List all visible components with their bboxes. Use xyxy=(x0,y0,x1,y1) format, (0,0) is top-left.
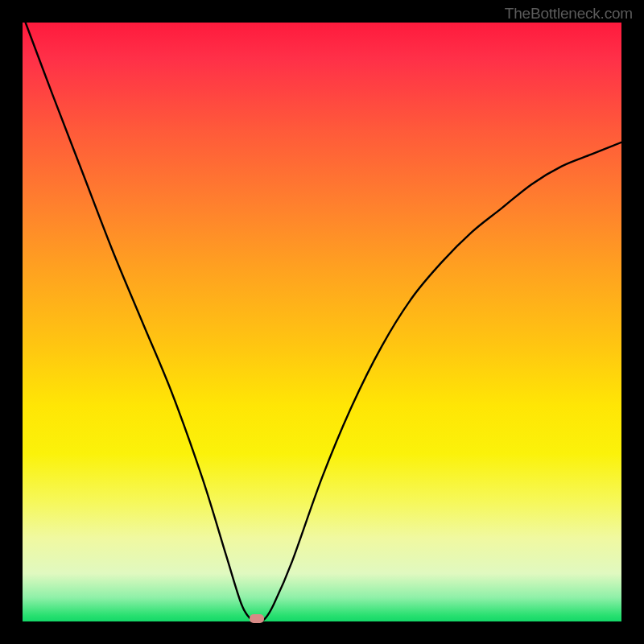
watermark-text: TheBottleneck.com xyxy=(505,5,633,23)
chart-plot-area xyxy=(23,23,621,621)
curve-svg xyxy=(23,23,621,621)
optimal-point-marker xyxy=(250,614,264,623)
bottleneck-curve xyxy=(26,23,621,621)
